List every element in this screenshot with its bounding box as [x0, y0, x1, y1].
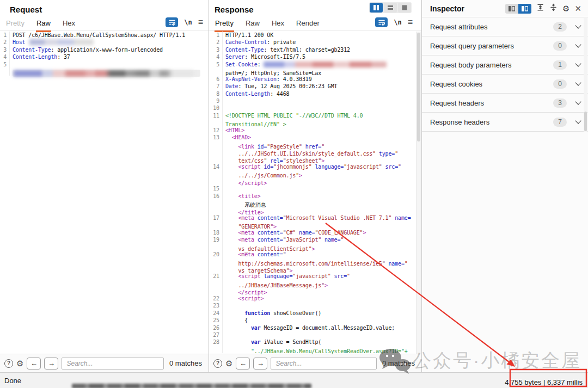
help-icon[interactable]: ? [213, 359, 222, 368]
newline-toggle-icon[interactable]: \n [184, 19, 192, 26]
code-line: ../../js/Common.js"> [211, 170, 415, 177]
response-scrollbar[interactable] [416, 32, 421, 354]
search-next-button[interactable]: → [44, 358, 58, 369]
inspector-section[interactable]: Request headers3 [422, 94, 588, 113]
layout-rows-icon[interactable] [384, 3, 397, 13]
inspector-section[interactable]: Request attributes2 [422, 17, 588, 36]
code-line: 25 { [211, 317, 415, 324]
line-number: 15 [211, 185, 223, 192]
help-icon[interactable]: ? [4, 359, 13, 368]
status-text: Done [0, 377, 21, 385]
search-prev-button[interactable]: ← [236, 358, 250, 369]
code-line: 10 [211, 104, 415, 112]
search-next-button[interactable]: → [253, 358, 267, 369]
clipped-text-blur [72, 384, 311, 388]
line-number [2, 68, 10, 75]
wrap-text-icon[interactable] [375, 17, 388, 27]
code-line: 13 <HEAD> [211, 134, 415, 141]
line-number: 25 [211, 317, 223, 324]
bytes-millis-text: 4,755 bytes | 6,337 millis [503, 378, 585, 386]
inspector-scrollbar[interactable] [584, 18, 587, 132]
inspector-section[interactable]: Response headers7 [422, 113, 588, 132]
inspector-panel: Inspector ⚙ ✕ Request [422, 0, 588, 372]
inspector-sections: Request attributes2Request query paramet… [422, 17, 588, 132]
line-number [211, 280, 223, 287]
dock-right-icon[interactable] [518, 4, 531, 14]
line-number: 23 [211, 302, 223, 309]
line-number [211, 68, 223, 75]
line-number: 21 [211, 273, 223, 280]
search-input[interactable] [62, 358, 164, 369]
code-line: </script> [211, 178, 415, 185]
line-number: 4 [2, 53, 10, 60]
line-number: 1 [2, 32, 10, 39]
layout-columns-icon[interactable] [370, 3, 383, 13]
chevron-down-icon[interactable] [575, 98, 581, 104]
newline-toggle-icon[interactable]: \n [394, 19, 401, 26]
close-icon[interactable]: ✕ [574, 4, 581, 14]
editor-menu-icon[interactable]: ≡ [408, 20, 413, 25]
line-number: 13 [211, 134, 223, 141]
dock-left-icon[interactable] [505, 4, 518, 14]
search-settings-icon[interactable]: ⚙ [16, 359, 23, 368]
inspector-section[interactable]: Request body parameters1 [422, 56, 588, 75]
search-prev-button[interactable]: ← [27, 358, 41, 369]
search-settings-icon[interactable]: ⚙ [225, 359, 232, 368]
line-number [211, 287, 223, 294]
code-line: 8Content-Length: 4468 [211, 90, 415, 97]
line-number: 19 [211, 236, 223, 243]
line-number: 28 [211, 338, 223, 346]
line-number: 27 [211, 331, 223, 338]
tab-render[interactable]: Render [296, 16, 320, 30]
inspector-section[interactable]: Request cookies0 [422, 75, 588, 94]
tab-raw[interactable]: Raw [245, 16, 260, 30]
code-line: 22 <script> [211, 295, 415, 302]
chevron-down-icon[interactable] [575, 60, 581, 66]
tab-pretty[interactable]: Pretty [215, 16, 234, 32]
line-number: 6 [211, 76, 223, 83]
collapse-all-icon[interactable] [549, 3, 558, 14]
line-number: 22 [211, 295, 223, 302]
panel-divider[interactable] [421, 0, 422, 372]
line-number [211, 149, 223, 156]
section-label: Request body parameters [430, 61, 553, 69]
chevron-down-icon[interactable] [575, 22, 581, 28]
scrollbar-thumb[interactable] [584, 112, 587, 131]
response-editor[interactable]: 1HTTP/1.1 200 OK2Cache-Control: private3… [211, 32, 415, 354]
tab-hex[interactable]: Hex [62, 16, 76, 30]
count-badge: 1 [553, 60, 567, 70]
chevron-down-icon[interactable] [575, 79, 581, 85]
line-number: 3 [2, 46, 10, 53]
wrap-text-icon[interactable] [166, 17, 178, 27]
code-line: 21 <script language="javascript" src=" [211, 273, 415, 280]
line-number: 26 [211, 324, 223, 331]
code-line: 3Content-Type: text/html; charset=gb2312 [211, 46, 415, 53]
code-line: 2Host [2, 39, 207, 46]
tab-pretty[interactable]: Pretty [5, 16, 25, 30]
line-number [211, 266, 223, 273]
code-line: 4Content-Length: 37 [2, 53, 207, 60]
chevron-down-icon[interactable] [575, 118, 581, 124]
layout-single-icon[interactable] [398, 3, 411, 13]
search-matches-count: 0 matches [380, 359, 417, 367]
count-badge: 3 [553, 98, 567, 108]
editor-menu-icon[interactable]: ≡ [198, 20, 203, 25]
code-line: 4Server: Microsoft-IIS/7.5 [211, 53, 415, 60]
code-line [2, 68, 207, 75]
code-line: 26 var MessageID = document.all.MessageI… [211, 324, 415, 331]
code-line: Transitional//EN" > [211, 119, 415, 126]
search-input[interactable] [271, 358, 377, 369]
code-line: 5 [2, 61, 207, 68]
inspector-section[interactable]: Request query parameters0 [422, 36, 588, 56]
chevron-down-icon[interactable] [575, 41, 581, 47]
request-editor[interactable]: 1POST /c6/JHBase.Web.Menu/CallSystemShow… [2, 32, 207, 354]
tab-raw[interactable]: Raw [36, 16, 51, 32]
scrollbar-thumb[interactable] [417, 33, 420, 141]
inspector-settings-icon[interactable]: ⚙ [562, 4, 569, 14]
tab-hex[interactable]: Hex [271, 16, 285, 30]
line-number: 24 [211, 310, 223, 317]
line-number: 17 [211, 214, 223, 221]
expand-all-icon[interactable] [536, 3, 544, 14]
panel-divider[interactable] [209, 0, 209, 372]
line-number: 18 [211, 229, 223, 236]
